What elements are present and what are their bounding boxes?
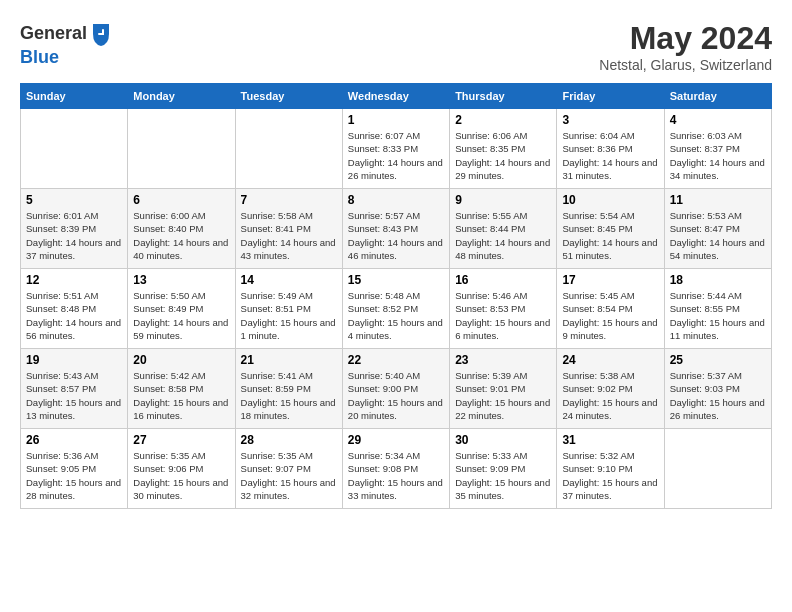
day-number: 28 <box>241 433 337 447</box>
day-info: Sunrise: 5:35 AMSunset: 9:06 PMDaylight:… <box>133 450 228 501</box>
logo-text-blue: Blue <box>20 47 59 67</box>
calendar-cell: 8 Sunrise: 5:57 AMSunset: 8:43 PMDayligh… <box>342 189 449 269</box>
calendar-cell: 23 Sunrise: 5:39 AMSunset: 9:01 PMDaylig… <box>450 349 557 429</box>
day-number: 11 <box>670 193 766 207</box>
calendar-cell: 22 Sunrise: 5:40 AMSunset: 9:00 PMDaylig… <box>342 349 449 429</box>
calendar-cell: 4 Sunrise: 6:03 AMSunset: 8:37 PMDayligh… <box>664 109 771 189</box>
day-number: 8 <box>348 193 444 207</box>
calendar-cell: 12 Sunrise: 5:51 AMSunset: 8:48 PMDaylig… <box>21 269 128 349</box>
day-info: Sunrise: 5:41 AMSunset: 8:59 PMDaylight:… <box>241 370 336 421</box>
day-number: 20 <box>133 353 229 367</box>
day-info: Sunrise: 5:54 AMSunset: 8:45 PMDaylight:… <box>562 210 657 261</box>
calendar-cell: 19 Sunrise: 5:43 AMSunset: 8:57 PMDaylig… <box>21 349 128 429</box>
day-info: Sunrise: 5:48 AMSunset: 8:52 PMDaylight:… <box>348 290 443 341</box>
day-info: Sunrise: 5:37 AMSunset: 9:03 PMDaylight:… <box>670 370 765 421</box>
calendar-cell: 9 Sunrise: 5:55 AMSunset: 8:44 PMDayligh… <box>450 189 557 269</box>
weekday-header: Saturday <box>664 84 771 109</box>
day-info: Sunrise: 6:06 AMSunset: 8:35 PMDaylight:… <box>455 130 550 181</box>
calendar-cell: 2 Sunrise: 6:06 AMSunset: 8:35 PMDayligh… <box>450 109 557 189</box>
day-number: 6 <box>133 193 229 207</box>
day-info: Sunrise: 5:35 AMSunset: 9:07 PMDaylight:… <box>241 450 336 501</box>
calendar-cell: 27 Sunrise: 5:35 AMSunset: 9:06 PMDaylig… <box>128 429 235 509</box>
day-number: 21 <box>241 353 337 367</box>
calendar-cell: 17 Sunrise: 5:45 AMSunset: 8:54 PMDaylig… <box>557 269 664 349</box>
logo: General Blue <box>20 20 115 68</box>
day-info: Sunrise: 5:43 AMSunset: 8:57 PMDaylight:… <box>26 370 121 421</box>
location-title: Netstal, Glarus, Switzerland <box>599 57 772 73</box>
day-number: 27 <box>133 433 229 447</box>
calendar-cell <box>128 109 235 189</box>
day-info: Sunrise: 5:38 AMSunset: 9:02 PMDaylight:… <box>562 370 657 421</box>
calendar-cell: 28 Sunrise: 5:35 AMSunset: 9:07 PMDaylig… <box>235 429 342 509</box>
day-number: 3 <box>562 113 658 127</box>
calendar-cell: 20 Sunrise: 5:42 AMSunset: 8:58 PMDaylig… <box>128 349 235 429</box>
logo-icon <box>89 20 113 48</box>
day-number: 7 <box>241 193 337 207</box>
day-number: 4 <box>670 113 766 127</box>
calendar-cell: 16 Sunrise: 5:46 AMSunset: 8:53 PMDaylig… <box>450 269 557 349</box>
day-info: Sunrise: 6:04 AMSunset: 8:36 PMDaylight:… <box>562 130 657 181</box>
weekday-header: Tuesday <box>235 84 342 109</box>
day-info: Sunrise: 6:03 AMSunset: 8:37 PMDaylight:… <box>670 130 765 181</box>
day-number: 31 <box>562 433 658 447</box>
day-number: 2 <box>455 113 551 127</box>
calendar-cell: 25 Sunrise: 5:37 AMSunset: 9:03 PMDaylig… <box>664 349 771 429</box>
calendar-week-row: 26 Sunrise: 5:36 AMSunset: 9:05 PMDaylig… <box>21 429 772 509</box>
day-info: Sunrise: 5:53 AMSunset: 8:47 PMDaylight:… <box>670 210 765 261</box>
calendar-cell <box>235 109 342 189</box>
day-info: Sunrise: 5:58 AMSunset: 8:41 PMDaylight:… <box>241 210 336 261</box>
calendar-cell: 24 Sunrise: 5:38 AMSunset: 9:02 PMDaylig… <box>557 349 664 429</box>
calendar-cell: 5 Sunrise: 6:01 AMSunset: 8:39 PMDayligh… <box>21 189 128 269</box>
weekday-header: Monday <box>128 84 235 109</box>
weekday-header: Wednesday <box>342 84 449 109</box>
weekday-header: Sunday <box>21 84 128 109</box>
page-header: General Blue May 2024 Netstal, Glarus, S… <box>20 20 772 73</box>
day-info: Sunrise: 5:46 AMSunset: 8:53 PMDaylight:… <box>455 290 550 341</box>
day-number: 22 <box>348 353 444 367</box>
day-info: Sunrise: 5:39 AMSunset: 9:01 PMDaylight:… <box>455 370 550 421</box>
calendar-week-row: 12 Sunrise: 5:51 AMSunset: 8:48 PMDaylig… <box>21 269 772 349</box>
day-number: 26 <box>26 433 122 447</box>
weekday-header: Friday <box>557 84 664 109</box>
day-number: 14 <box>241 273 337 287</box>
day-number: 15 <box>348 273 444 287</box>
calendar-cell: 13 Sunrise: 5:50 AMSunset: 8:49 PMDaylig… <box>128 269 235 349</box>
calendar-cell: 21 Sunrise: 5:41 AMSunset: 8:59 PMDaylig… <box>235 349 342 429</box>
day-info: Sunrise: 6:01 AMSunset: 8:39 PMDaylight:… <box>26 210 121 261</box>
month-title: May 2024 <box>599 20 772 57</box>
day-info: Sunrise: 5:49 AMSunset: 8:51 PMDaylight:… <box>241 290 336 341</box>
day-number: 17 <box>562 273 658 287</box>
calendar-cell: 29 Sunrise: 5:34 AMSunset: 9:08 PMDaylig… <box>342 429 449 509</box>
day-info: Sunrise: 5:33 AMSunset: 9:09 PMDaylight:… <box>455 450 550 501</box>
day-number: 16 <box>455 273 551 287</box>
day-number: 9 <box>455 193 551 207</box>
day-info: Sunrise: 5:34 AMSunset: 9:08 PMDaylight:… <box>348 450 443 501</box>
day-number: 13 <box>133 273 229 287</box>
day-info: Sunrise: 5:55 AMSunset: 8:44 PMDaylight:… <box>455 210 550 261</box>
day-number: 1 <box>348 113 444 127</box>
day-info: Sunrise: 5:32 AMSunset: 9:10 PMDaylight:… <box>562 450 657 501</box>
day-number: 18 <box>670 273 766 287</box>
calendar-week-row: 19 Sunrise: 5:43 AMSunset: 8:57 PMDaylig… <box>21 349 772 429</box>
day-info: Sunrise: 5:50 AMSunset: 8:49 PMDaylight:… <box>133 290 228 341</box>
calendar-cell: 11 Sunrise: 5:53 AMSunset: 8:47 PMDaylig… <box>664 189 771 269</box>
calendar-cell: 14 Sunrise: 5:49 AMSunset: 8:51 PMDaylig… <box>235 269 342 349</box>
calendar-cell: 1 Sunrise: 6:07 AMSunset: 8:33 PMDayligh… <box>342 109 449 189</box>
day-info: Sunrise: 5:36 AMSunset: 9:05 PMDaylight:… <box>26 450 121 501</box>
weekday-header: Thursday <box>450 84 557 109</box>
day-info: Sunrise: 6:07 AMSunset: 8:33 PMDaylight:… <box>348 130 443 181</box>
day-info: Sunrise: 6:00 AMSunset: 8:40 PMDaylight:… <box>133 210 228 261</box>
day-info: Sunrise: 5:45 AMSunset: 8:54 PMDaylight:… <box>562 290 657 341</box>
day-number: 24 <box>562 353 658 367</box>
title-block: May 2024 Netstal, Glarus, Switzerland <box>599 20 772 73</box>
calendar-cell: 10 Sunrise: 5:54 AMSunset: 8:45 PMDaylig… <box>557 189 664 269</box>
day-number: 5 <box>26 193 122 207</box>
calendar-header-row: SundayMondayTuesdayWednesdayThursdayFrid… <box>21 84 772 109</box>
day-info: Sunrise: 5:57 AMSunset: 8:43 PMDaylight:… <box>348 210 443 261</box>
day-number: 12 <box>26 273 122 287</box>
calendar-cell: 18 Sunrise: 5:44 AMSunset: 8:55 PMDaylig… <box>664 269 771 349</box>
day-info: Sunrise: 5:42 AMSunset: 8:58 PMDaylight:… <box>133 370 228 421</box>
calendar-cell: 30 Sunrise: 5:33 AMSunset: 9:09 PMDaylig… <box>450 429 557 509</box>
calendar-cell <box>664 429 771 509</box>
calendar-cell: 26 Sunrise: 5:36 AMSunset: 9:05 PMDaylig… <box>21 429 128 509</box>
